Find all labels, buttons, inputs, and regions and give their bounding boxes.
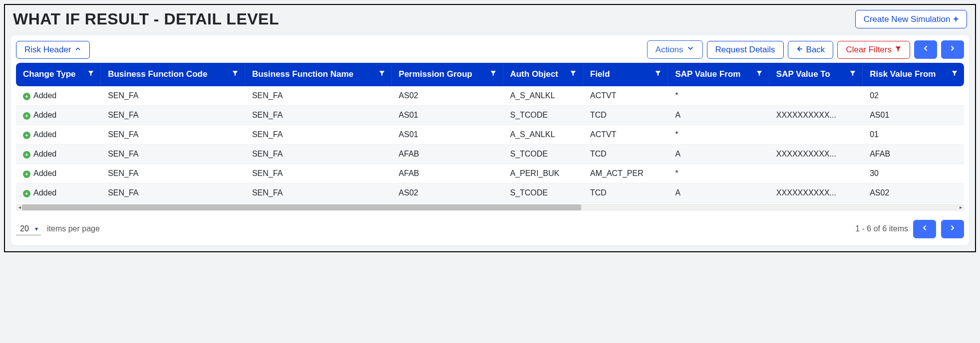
table-row[interactable]: +AddedSEN_FASEN_FAAS01S_TCODETCDAXXXXXXX… [16, 106, 964, 125]
table-cell: SEN_FA [101, 125, 245, 145]
table-cell: AFAB [392, 145, 503, 164]
table-cell: SEN_FA [101, 86, 245, 106]
next-page-button[interactable] [941, 40, 964, 59]
added-icon: + [23, 171, 30, 178]
chevron-down-icon [686, 44, 694, 55]
column-header[interactable]: Business Function Name [245, 63, 392, 86]
page-size-select[interactable]: 20 [16, 222, 41, 235]
filter-icon[interactable] [378, 70, 385, 79]
table-cell: AM_ACT_PER [583, 164, 668, 183]
scrollbar-thumb[interactable] [22, 204, 581, 210]
table-cell: A [668, 183, 769, 203]
table-row[interactable]: +AddedSEN_FASEN_FAAS02A_S_ANLKLACTVT*02 [16, 86, 964, 106]
table-cell: S_TCODE [503, 145, 583, 164]
table-cell: SEN_FA [101, 145, 245, 164]
footer-prev-page-button[interactable] [913, 220, 936, 238]
table-cell: SEN_FA [245, 106, 392, 125]
filter-icon[interactable] [756, 70, 763, 79]
page-title: WHAT IF RESULT - DETAIL LEVEL [13, 10, 279, 28]
column-header-label: Auth Object [510, 69, 558, 79]
table-row[interactable]: +AddedSEN_FASEN_FAAFABA_PERI_BUKAM_ACT_P… [16, 164, 964, 183]
column-header[interactable]: SAP Value From [668, 63, 769, 86]
change-type-label: Added [33, 130, 56, 139]
filter-icon[interactable] [570, 70, 577, 79]
data-table-wrap[interactable]: Change TypeBusiness Function CodeBusines… [16, 63, 964, 203]
data-table: Change TypeBusiness Function CodeBusines… [16, 63, 964, 203]
change-type-label: Added [33, 169, 56, 177]
table-cell: S_TCODE [503, 106, 583, 125]
back-button[interactable]: Back [788, 41, 834, 59]
added-icon: + [23, 112, 30, 120]
filter-icon[interactable] [654, 70, 661, 79]
table-cell [769, 164, 863, 183]
table-cell: A_PERI_BUK [503, 164, 583, 183]
column-header-label: Business Function Name [252, 69, 353, 79]
table-cell: ACTVT [583, 125, 668, 145]
create-new-simulation-button[interactable]: Create New Simulation + [855, 10, 967, 28]
column-header-label: Field [590, 69, 610, 79]
table-cell: SEN_FA [245, 86, 392, 106]
column-header-label: Change Type [23, 69, 75, 79]
column-header[interactable]: Auth Object [503, 63, 583, 86]
request-details-button[interactable]: Request Details [707, 41, 784, 59]
added-icon: + [23, 190, 30, 197]
scroll-right-arrow-icon[interactable]: ▸ [957, 204, 964, 211]
column-header[interactable]: Permission Group [392, 63, 503, 86]
column-header[interactable]: Business Function Code [101, 63, 245, 86]
table-cell: SEN_FA [245, 145, 392, 164]
column-header[interactable]: Field [583, 63, 668, 86]
filter-icon[interactable] [490, 70, 497, 79]
filter-icon[interactable] [232, 70, 239, 79]
column-header[interactable]: Risk Value From [863, 63, 964, 86]
footer-next-page-button[interactable] [941, 220, 964, 238]
prev-page-button[interactable] [914, 40, 937, 59]
table-row[interactable]: +AddedSEN_FASEN_FAAS02S_TCODETCDAXXXXXXX… [16, 183, 964, 203]
table-cell: XXXXXXXXXX... [769, 145, 863, 164]
table-cell: 02 [863, 86, 964, 106]
table-cell: SEN_FA [101, 183, 245, 203]
table-cell: 01 [863, 125, 964, 145]
clear-filters-label: Clear Filters [846, 45, 892, 55]
table-cell: SEN_FA [245, 164, 392, 183]
actions-label: Actions [655, 45, 683, 55]
table-cell: TCD [583, 106, 668, 125]
column-header[interactable]: SAP Value To [769, 63, 863, 86]
table-cell [769, 86, 863, 106]
table-cell: * [668, 86, 769, 106]
clear-filters-button[interactable]: Clear Filters [837, 41, 910, 59]
column-header-label: Permission Group [399, 69, 472, 79]
column-header[interactable]: Change Type [16, 63, 101, 86]
create-label: Create New Simulation [864, 14, 951, 24]
table-cell: S_TCODE [503, 183, 583, 203]
table-cell: +Added [16, 145, 101, 164]
table-cell: AFAB [392, 164, 503, 183]
table-cell: +Added [16, 164, 101, 183]
horizontal-scrollbar[interactable]: ◂ ▸ [16, 204, 964, 211]
column-header-label: Business Function Code [108, 69, 207, 79]
table-row[interactable]: +AddedSEN_FASEN_FAAS01A_S_ANLKLACTVT*01 [16, 125, 964, 145]
table-cell: +Added [16, 183, 101, 203]
filter-icon[interactable] [849, 70, 856, 79]
filter-icon[interactable] [951, 70, 958, 79]
column-header-label: SAP Value From [675, 69, 740, 79]
back-label: Back [806, 45, 825, 55]
table-cell: AS01 [392, 125, 503, 145]
table-cell: TCD [583, 145, 668, 164]
table-cell: ACTVT [583, 86, 668, 106]
actions-button[interactable]: Actions [647, 40, 703, 59]
column-header-label: Risk Value From [870, 69, 936, 79]
table-cell: SEN_FA [245, 125, 392, 145]
table-cell: A [668, 106, 769, 125]
table-cell: A_S_ANLKL [503, 125, 583, 145]
change-type-label: Added [33, 111, 56, 119]
request-details-label: Request Details [715, 45, 775, 55]
table-cell [769, 125, 863, 145]
risk-header-button[interactable]: Risk Header [16, 41, 90, 59]
added-icon: + [23, 93, 30, 100]
risk-header-label: Risk Header [24, 45, 71, 55]
table-cell: SEN_FA [245, 183, 392, 203]
table-row[interactable]: +AddedSEN_FASEN_FAAFABS_TCODETCDAXXXXXXX… [16, 145, 964, 164]
filter-icon[interactable] [87, 70, 94, 79]
table-cell: A_S_ANLKL [503, 86, 583, 106]
chevron-up-icon [74, 45, 81, 55]
